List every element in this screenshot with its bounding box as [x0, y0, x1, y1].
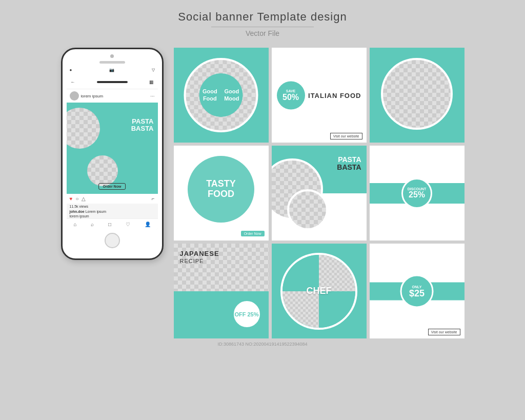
- share-icon[interactable]: △: [82, 196, 86, 202]
- phone-camera-icon: 📷: [109, 68, 114, 72]
- bookmark-icon[interactable]: ⌐: [152, 196, 155, 202]
- phone-post-circle-small: [87, 155, 118, 186]
- like-nav-icon[interactable]: ♡: [126, 222, 130, 227]
- card4-teal-circle: TASTY FOOD: [188, 156, 254, 223]
- card5-text: PASTA BASTA: [337, 156, 361, 172]
- phone-post-bg: PASTA BASTA Order Now: [67, 103, 158, 194]
- watermark: ID:30861743 NO:202004191419522394084: [217, 342, 307, 347]
- card8-q4: [319, 291, 355, 328]
- template-grid: Good Food Good Mood SAVE 50% ITALIAN FOO…: [174, 48, 465, 338]
- phone-nav-back: ←: [71, 79, 75, 85]
- phone-likes: 11.5k views: [67, 204, 158, 209]
- phone-screen: ● 📷 ▽ ← ▦ lorem ipsum ···: [67, 65, 158, 230]
- phone-caption: john.doe Lorem ipsum: [67, 209, 158, 214]
- card-pasta-basta-mid: PASTA BASTA: [272, 146, 367, 241]
- phone-profile-row: lorem ipsum ···: [67, 89, 158, 103]
- card5-circle-small: [287, 189, 328, 230]
- card9-visit-button[interactable]: Visit our website: [428, 329, 460, 335]
- card-japanese-recipe: JAPANESE RECIPE OFF 25%: [174, 244, 269, 338]
- card3-checker-circle: [381, 58, 453, 130]
- card8-q3: [282, 291, 319, 328]
- phone-caption-user: john.doe: [70, 210, 85, 213]
- card8-circle: CHEF: [280, 253, 357, 330]
- card-chef: CHEF: [272, 244, 367, 338]
- card8-chef-label: CHEF: [307, 286, 332, 296]
- phone-status-bar: ● 📷 ▽: [67, 65, 158, 75]
- search-nav-icon[interactable]: ⌕: [91, 222, 94, 227]
- card7-title: JAPANESE RECIPE: [180, 250, 219, 265]
- page-title: Social banner Template design: [178, 10, 347, 24]
- card-only-25: ONLY $25 Visit our website: [370, 244, 465, 338]
- card-discount: DISCOUNT 25%: [370, 146, 465, 241]
- phone-username: lorem ipsum: [81, 94, 149, 98]
- add-nav-icon[interactable]: □: [108, 222, 111, 227]
- card4-order-button[interactable]: Order Now: [241, 231, 265, 236]
- phone-post-text: PASTA BASTA: [131, 118, 154, 133]
- card-tasty-food: TASTY FOOD Order Now: [174, 146, 269, 241]
- phone-home-button[interactable]: [105, 233, 120, 248]
- card1-inner-circle: Good Food Good Mood: [199, 73, 243, 117]
- card2-visit-button[interactable]: Visit our website: [330, 133, 362, 139]
- phone-time: ●: [70, 68, 72, 72]
- card9-price-badge: ONLY $25: [400, 274, 434, 308]
- phone-bottom-nav: ⌂ ⌕ □ ♡ 👤: [67, 218, 158, 230]
- phone-mockup: ● 📷 ▽ ← ▦ lorem ipsum ···: [61, 48, 164, 260]
- phone-menu-dots: ···: [150, 93, 154, 99]
- phone-nav-bar: ← ▦: [67, 75, 158, 89]
- phone-signal: ▽: [152, 68, 155, 72]
- title-divider: [211, 27, 314, 27]
- card6-discount-badge: DISCOUNT 25%: [401, 178, 432, 209]
- phone-actions-bar: ♥ ○ △ ⌐: [67, 194, 158, 204]
- main-layout: ● 📷 ▽ ← ▦ lorem ipsum ···: [61, 48, 465, 338]
- profile-nav-icon[interactable]: 👤: [145, 222, 151, 227]
- card7-off-badge: OFF 25%: [233, 300, 261, 328]
- card2-save-badge: SAVE 50%: [277, 81, 305, 109]
- phone-comment: lorem ipsum: [67, 214, 158, 218]
- phone-order-button[interactable]: Order Now: [98, 183, 126, 190]
- phone-post-circle-large: [67, 108, 100, 149]
- page-subtitle: Vector File: [246, 29, 279, 37]
- phone-camera-dot: [110, 54, 114, 58]
- card2-title: ITALIAN FOOD: [308, 91, 361, 99]
- card-good-food: Good Food Good Mood: [174, 48, 269, 143]
- phone-post-image: PASTA BASTA Order Now: [67, 103, 158, 194]
- phone-nav-grid: ▦: [149, 79, 154, 85]
- phone-nav-line: [97, 81, 128, 83]
- home-nav-icon[interactable]: ⌂: [73, 222, 76, 227]
- heart-icon[interactable]: ♥: [70, 196, 73, 202]
- card-teal-circle: [370, 48, 465, 143]
- card4-text: TASTY FOOD: [206, 179, 236, 199]
- card1-circle-checker: Good Food Good Mood: [184, 58, 258, 132]
- card-italian-food: SAVE 50% ITALIAN FOOD Visit our website: [272, 48, 367, 143]
- phone-speaker: [99, 61, 125, 64]
- phone-caption-text: Lorem ipsum: [86, 210, 106, 213]
- comment-icon[interactable]: ○: [75, 196, 78, 202]
- phone-avatar: [70, 91, 79, 101]
